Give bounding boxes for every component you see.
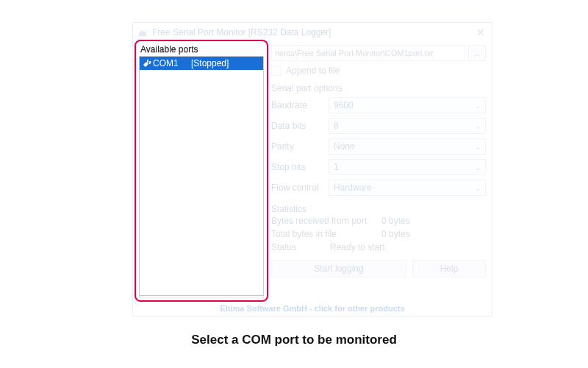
bytes-file-label: Total bytes in file <box>271 229 381 239</box>
log-path-field[interactable]: nents\Free Serial Port Monitor\COM1port.… <box>271 45 465 61</box>
svg-rect-3 <box>148 61 151 64</box>
close-icon[interactable]: ✕ <box>474 26 487 39</box>
svg-rect-2 <box>147 60 148 63</box>
bytes-rx-value: 0 bytes <box>381 216 410 226</box>
stopbits-select[interactable]: 1⌄ <box>329 159 486 175</box>
footer-link[interactable]: Eltima Software GmbH - click for other p… <box>133 304 492 313</box>
ports-panel: Available ports COM1 [Stopped] <box>139 44 265 296</box>
status-value: Ready to start <box>330 242 385 252</box>
stopbits-label: Stop bits <box>271 162 329 172</box>
parity-label: Parity <box>271 141 329 152</box>
baudrate-label: Baudrate <box>271 100 329 110</box>
ports-list[interactable]: COM1 [Stopped] <box>139 56 264 296</box>
baudrate-select[interactable]: 9600⌄ <box>329 97 486 113</box>
flow-select[interactable]: Hardware⌄ <box>329 180 486 196</box>
port-status: [Stopped] <box>191 58 262 68</box>
chevron-down-icon: ⌄ <box>475 163 481 171</box>
browse-button[interactable]: ... <box>468 45 486 61</box>
caption: Select a COM port to be monitored <box>0 333 588 347</box>
start-logging-button[interactable]: Start logging <box>271 260 406 277</box>
port-row[interactable]: COM1 [Stopped] <box>140 57 263 70</box>
databits-select[interactable]: 8⌄ <box>329 118 486 134</box>
port-name: COM1 <box>153 58 190 68</box>
form-panel: nents\Free Serial Port Monitor\COM1port.… <box>271 45 486 311</box>
plug-icon <box>141 58 151 68</box>
databits-label: Data bits <box>271 121 329 131</box>
bytes-rx-label: Bytes received from port <box>271 216 381 226</box>
options-title: Serial port options <box>271 83 486 93</box>
parity-select[interactable]: None⌄ <box>329 138 486 155</box>
chevron-down-icon: ⌄ <box>475 102 481 110</box>
chevron-down-icon: ⌄ <box>475 122 481 130</box>
titlebar: Free Serial Port Monitor [RS232 Data Log… <box>133 23 492 42</box>
bytes-file-value: 0 bytes <box>381 229 410 239</box>
window-title: Free Serial Port Monitor [RS232 Data Log… <box>152 27 331 38</box>
append-label: Append to file <box>286 66 340 76</box>
app-icon <box>137 27 148 38</box>
flow-label: Flow control <box>271 183 329 193</box>
append-checkbox[interactable] <box>271 66 282 76</box>
stats-title: Statistics <box>271 204 486 214</box>
chevron-down-icon: ⌄ <box>475 143 481 151</box>
help-button[interactable]: Help <box>412 260 486 277</box>
chevron-down-icon: ⌄ <box>475 184 481 192</box>
ports-label: Available ports <box>140 44 265 54</box>
status-label: Status <box>271 242 330 252</box>
